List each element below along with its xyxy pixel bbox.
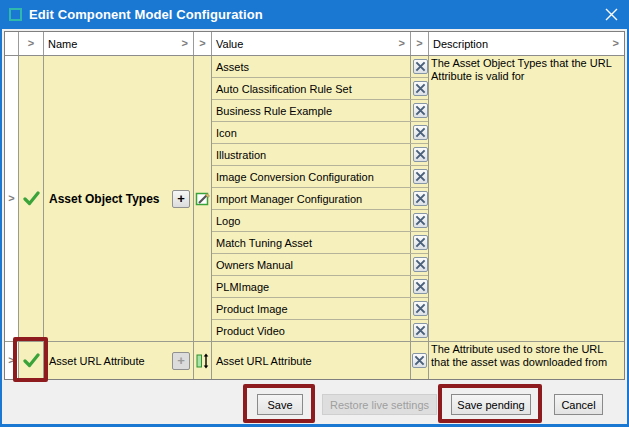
remove-value-button[interactable]	[413, 301, 428, 316]
remove-value-button[interactable]	[413, 81, 428, 96]
chevron-right-icon: >	[28, 38, 34, 49]
value-item-label: Product Image	[212, 298, 411, 319]
header-icon-column[interactable]: >	[194, 32, 212, 55]
value-item-label: Asset URL Attribute	[212, 342, 411, 379]
row-description: The Asset Object Types that the URL Attr…	[429, 56, 624, 341]
row-name-cell: Asset URL Attribute +	[44, 342, 194, 379]
value-item-label: Owners Manual	[212, 254, 411, 275]
save-pending-button[interactable]: Save pending	[451, 394, 531, 415]
value-item-label: Illustration	[212, 144, 411, 165]
chevron-right-icon: >	[399, 38, 410, 49]
row-description: The Attribute used to store the URL that…	[429, 342, 624, 379]
value-item-label: Product Video	[212, 320, 411, 341]
chevron-right-icon: >	[199, 38, 205, 49]
header-value-column[interactable]: Value >	[212, 32, 411, 55]
value-list-item: Logo	[212, 210, 428, 232]
dialog-body: > Name > > Value > > Description > >	[2, 29, 627, 424]
remove-x-icon	[415, 303, 426, 314]
value-list-item: Assets	[212, 56, 428, 78]
value-item-label: PLMImage	[212, 276, 411, 297]
remove-value-button[interactable]	[413, 279, 428, 294]
remove-x-icon	[414, 355, 425, 366]
value-list-item: Auto Classification Rule Set	[212, 78, 428, 100]
chevron-right-icon: >	[8, 355, 14, 366]
remove-value-button[interactable]	[413, 213, 428, 228]
description-column-label: Description	[429, 38, 613, 50]
titlebar: Edit Component Model Configuration	[0, 0, 629, 29]
row-valid-cell	[19, 342, 44, 379]
edit-component-model-configuration-dialog: Edit Component Model Configuration > Nam…	[0, 0, 629, 427]
remove-x-icon	[415, 215, 426, 226]
value-list-item: PLMImage	[212, 276, 428, 298]
value-list-item: Business Rule Example	[212, 100, 428, 122]
grid-header-row: > Name > > Value > > Description >	[5, 32, 624, 56]
remove-value-button[interactable]	[413, 103, 428, 118]
add-value-button[interactable]: +	[172, 190, 190, 208]
remove-value-button[interactable]	[413, 125, 428, 140]
value-item-label: Logo	[212, 210, 411, 231]
save-button[interactable]: Save	[257, 394, 303, 415]
row-valid-cell	[19, 56, 44, 341]
property-grid: > Name > > Value > > Description > >	[4, 31, 625, 380]
remove-value-button[interactable]	[413, 323, 428, 338]
add-value-button[interactable]: +	[172, 352, 190, 370]
chevron-right-icon: >	[182, 38, 193, 49]
value-item-label: Import Manager Configuration	[212, 188, 411, 209]
remove-value-button[interactable]	[412, 353, 427, 368]
row-expander[interactable]: >	[5, 56, 19, 341]
row-name-label: Asset URL Attribute	[49, 355, 172, 367]
remove-x-icon	[415, 193, 426, 204]
value-list-item: Match Tuning Asset	[212, 232, 428, 254]
value-item-label: Business Rule Example	[212, 100, 411, 121]
remove-value-button[interactable]	[413, 191, 428, 206]
remove-value-button[interactable]	[413, 147, 428, 162]
header-description-column[interactable]: Description >	[429, 32, 624, 55]
app-icon	[9, 8, 22, 21]
edit-references-icon	[195, 191, 211, 207]
remove-x-icon	[415, 127, 426, 138]
value-list-item: Image Conversion Configuration	[212, 166, 428, 188]
value-item-label: Icon	[212, 122, 411, 143]
remove-value-button[interactable]	[413, 169, 428, 184]
row-expander[interactable]: >	[5, 342, 19, 379]
remove-value-button[interactable]	[413, 235, 428, 250]
chevron-right-icon: >	[613, 38, 624, 49]
remove-value-button[interactable]	[413, 257, 428, 272]
remove-x-icon	[415, 61, 426, 72]
remove-x-icon	[415, 105, 426, 116]
close-button[interactable]	[599, 3, 623, 25]
row-name-label: Asset Object Types	[49, 192, 172, 206]
value-list-item: Product Video	[212, 320, 428, 341]
name-column-label: Name	[44, 38, 182, 50]
value-item-label: Auto Classification Rule Set	[212, 78, 411, 99]
row-type-cell	[194, 56, 212, 341]
value-list-item: Product Image	[212, 298, 428, 320]
header-remove-column[interactable]: >	[411, 32, 429, 55]
value-list-item: Illustration	[212, 144, 428, 166]
checkmark-icon	[23, 353, 40, 368]
close-icon	[605, 8, 618, 21]
dialog-title: Edit Component Model Configuration	[29, 7, 263, 22]
remove-x-icon	[415, 259, 426, 270]
row-name-cell: Asset Object Types +	[44, 56, 194, 341]
row-asset-object-types: > Asset Object Types +	[5, 56, 624, 341]
value-column-label: Value	[212, 38, 399, 50]
value-list: Assets Auto Classification Rule Set Busi…	[212, 56, 429, 341]
checkmark-icon	[23, 191, 40, 206]
remove-x-icon	[415, 325, 426, 336]
header-name-column[interactable]: Name >	[44, 32, 194, 55]
header-selector-cell	[5, 32, 19, 55]
header-expander-cell[interactable]: >	[19, 32, 44, 55]
remove-x-icon	[415, 149, 426, 160]
remove-x-icon	[415, 83, 426, 94]
chevron-right-icon: >	[416, 38, 422, 49]
remove-value-button[interactable]	[413, 59, 428, 74]
attribute-icon	[195, 353, 211, 369]
chevron-right-icon: >	[8, 193, 14, 204]
restore-live-settings-button[interactable]: Restore live settings	[322, 394, 437, 415]
value-list-item: Owners Manual	[212, 254, 428, 276]
value-item-label: Image Conversion Configuration	[212, 166, 411, 187]
cancel-button[interactable]: Cancel	[554, 394, 603, 415]
remove-x-icon	[415, 281, 426, 292]
value-list-item: Import Manager Configuration	[212, 188, 428, 210]
